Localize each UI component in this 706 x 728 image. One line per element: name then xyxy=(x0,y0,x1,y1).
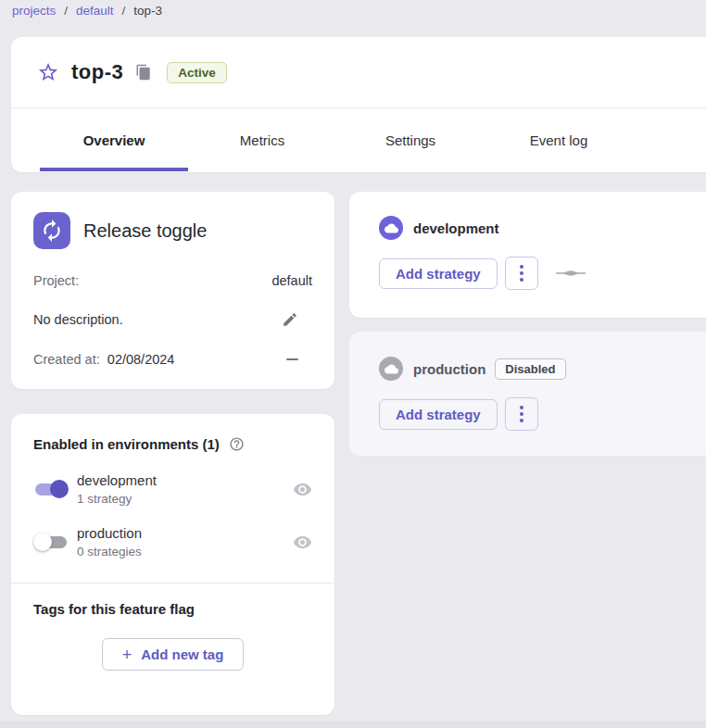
feature-header-card: top-3 Active Overview Metrics Settings E… xyxy=(11,37,706,172)
development-card-actions: Add strategy xyxy=(379,257,706,290)
environment-row-production: production 0 strategies xyxy=(11,525,334,559)
disabled-badge: Disabled xyxy=(495,358,565,380)
tab-overview[interactable]: Overview xyxy=(40,108,188,171)
environments-heading: Enabled in environments (1) xyxy=(33,436,220,452)
add-strategy-button[interactable]: Add strategy xyxy=(379,258,498,289)
environment-name: development xyxy=(77,472,157,488)
card-divider xyxy=(11,583,334,584)
project-label: Project: xyxy=(33,273,79,288)
feature-details-card: Release toggle Project: default No descr… xyxy=(11,192,334,389)
edit-description-icon[interactable] xyxy=(282,311,298,328)
more-options-icon[interactable] xyxy=(505,397,538,431)
breadcrumb-current: top-3 xyxy=(133,4,162,18)
environment-labels: development 1 strategy xyxy=(77,472,157,506)
collapse-icon[interactable] xyxy=(286,358,298,360)
project-row: Project: default xyxy=(33,273,312,288)
tags-heading: Tags for this feature flag xyxy=(33,601,312,617)
environment-card-title: development xyxy=(413,220,499,236)
production-strategy-card: production Disabled Add strategy xyxy=(349,332,706,456)
description-text: No description. xyxy=(33,312,123,327)
production-toggle[interactable] xyxy=(33,531,69,553)
environment-row-development: development 1 strategy xyxy=(11,472,334,506)
environment-labels: production 0 strategies xyxy=(77,525,142,559)
development-toggle[interactable] xyxy=(33,478,69,500)
status-badge: Active xyxy=(167,62,227,83)
more-options-icon[interactable] xyxy=(505,257,538,290)
project-value: default xyxy=(271,273,312,288)
environment-strategy-count: 1 strategy xyxy=(77,492,157,506)
favorite-star-icon[interactable] xyxy=(37,61,59,83)
release-toggle-icon xyxy=(33,212,70,249)
page-title: top-3 xyxy=(71,60,123,84)
environment-strategy-count: 0 strategies xyxy=(77,545,142,559)
copy-name-icon[interactable] xyxy=(135,64,152,81)
environment-name: production xyxy=(77,525,142,541)
production-card-actions: Add strategy xyxy=(379,397,706,431)
tab-settings[interactable]: Settings xyxy=(336,108,485,171)
breadcrumb: projects / default / top-3 xyxy=(12,4,162,18)
production-card-header: production Disabled xyxy=(379,357,706,381)
breadcrumb-separator: / xyxy=(64,4,68,18)
tab-metrics[interactable]: Metrics xyxy=(188,108,336,171)
plus-icon: + xyxy=(122,648,132,661)
environment-card-title: production xyxy=(413,361,485,377)
eye-icon[interactable] xyxy=(293,533,312,552)
breadcrumb-separator: / xyxy=(122,4,126,18)
feature-type-label: Release toggle xyxy=(83,220,207,242)
description-row: No description. xyxy=(33,311,312,328)
created-at: Created at: 02/08/2024 xyxy=(33,352,174,367)
breadcrumb-link-projects[interactable]: projects xyxy=(12,4,56,18)
help-icon[interactable] xyxy=(229,436,245,452)
created-row: Created at: 02/08/2024 xyxy=(33,352,312,367)
development-strategy-card: development Add strategy xyxy=(349,192,706,318)
breadcrumb-link-default[interactable]: default xyxy=(76,4,114,18)
add-tag-row: + Add new tag xyxy=(11,638,334,671)
cloud-icon xyxy=(379,216,403,240)
tab-bar: Overview Metrics Settings Event log xyxy=(11,108,706,171)
add-new-tag-button[interactable]: + Add new tag xyxy=(102,638,245,671)
environments-heading-row: Enabled in environments (1) xyxy=(11,436,334,452)
feature-title-row: top-3 Active xyxy=(11,37,706,108)
connection-indicator-icon xyxy=(556,268,586,279)
tags-section: Tags for this feature flag xyxy=(11,601,334,617)
development-card-header: development xyxy=(379,216,706,240)
right-column: development Add strategy production Disa… xyxy=(349,192,706,456)
add-new-tag-label: Add new tag xyxy=(141,646,223,662)
eye-icon[interactable] xyxy=(293,480,312,499)
left-column: Release toggle Project: default No descr… xyxy=(11,192,334,715)
environments-card: Enabled in environments (1) development … xyxy=(11,414,334,715)
footer-strip xyxy=(0,722,706,728)
feature-type-row: Release toggle xyxy=(33,212,312,249)
cloud-icon xyxy=(379,357,403,381)
tab-event-log[interactable]: Event log xyxy=(485,108,633,171)
add-strategy-button[interactable]: Add strategy xyxy=(379,399,498,430)
